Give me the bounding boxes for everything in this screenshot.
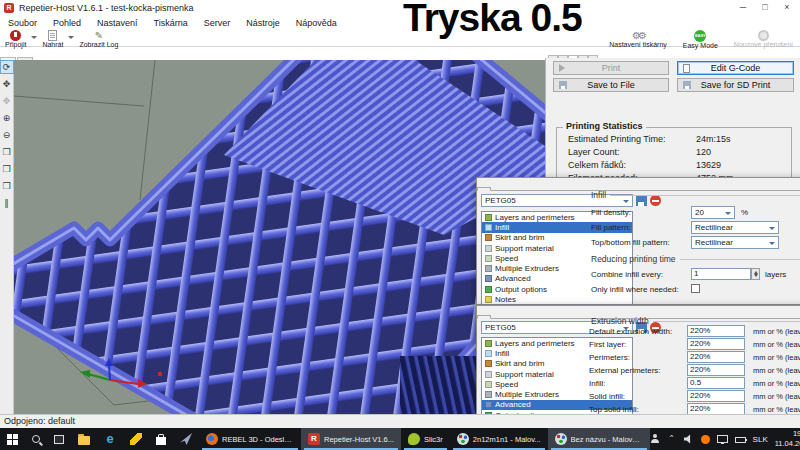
category-icon xyxy=(485,214,492,221)
rotate-view-button[interactable]: ⟳ xyxy=(1,61,13,73)
top-bottom-pattern-combo[interactable]: Rectilinear xyxy=(691,236,779,249)
easy-mode-button[interactable]: EASY Easy Mode xyxy=(680,30,721,49)
menu-item[interactable]: Nápověda xyxy=(288,18,345,28)
settings-tab[interactable] xyxy=(491,316,503,318)
category-icon xyxy=(485,255,492,262)
emergency-stop-button[interactable]: Nouzové přerušení xyxy=(731,30,796,49)
combine-infill-spinner[interactable] xyxy=(751,268,760,280)
slicer-settings-window-advanced: PETG05 Layers and perimeters Infill Skir… xyxy=(476,305,800,429)
taskbar-app[interactable] xyxy=(71,428,97,450)
move-view-button[interactable]: ✥ xyxy=(1,78,13,90)
connect-dropdown-caret[interactable] xyxy=(31,36,37,39)
taskbar-app[interactable] xyxy=(97,428,123,450)
delete-preset-icon[interactable] xyxy=(650,195,661,206)
menu-item[interactable]: Tiskárna xyxy=(146,18,196,28)
category-icon xyxy=(485,265,492,272)
toolbar: Připojit Nahrát ✎ Zobrazit Log ⚙⚙ Nastav… xyxy=(0,30,800,47)
settings-tab[interactable] xyxy=(477,315,491,319)
extrusion-width-input[interactable]: 220% xyxy=(687,351,745,363)
save-for-sd-button[interactable]: Save for SD Print xyxy=(677,78,794,92)
category-icon xyxy=(485,381,492,388)
save-preset-icon[interactable] xyxy=(636,195,647,206)
menu-item[interactable]: Nastavení xyxy=(89,18,146,28)
titlebar: R Repetier-Host V1.6.1 - test-kocka-pism… xyxy=(0,0,800,16)
clock[interactable]: 19:57 11.04.2018 xyxy=(775,429,800,449)
menu-item[interactable]: Nástroje xyxy=(238,18,288,28)
only-infill-checkbox[interactable] xyxy=(691,284,700,293)
stat-row: Layer Count:120 xyxy=(568,147,788,157)
extrusion-width-input[interactable]: 220% xyxy=(687,325,745,337)
taskbar-app[interactable] xyxy=(47,428,71,450)
menu-item[interactable]: Pohled xyxy=(45,18,89,28)
menu-item[interactable]: Soubor xyxy=(0,18,45,28)
editor-icon xyxy=(130,433,142,445)
easy-mode-icon: EASY xyxy=(694,30,706,42)
pencil-icon: ✎ xyxy=(95,30,103,41)
settings-tab[interactable] xyxy=(477,187,491,191)
antivirus-icon[interactable] xyxy=(701,435,710,444)
zoom-out-button[interactable]: ⊖ xyxy=(1,129,13,141)
repetier-host-window: R Repetier-Host V1.6.1 - test-kocka-pism… xyxy=(0,0,800,450)
maximize-button[interactable]: □ xyxy=(754,0,776,15)
taskbar-app[interactable]: 2n12m1n1 - Malov... xyxy=(450,428,548,450)
people-icon[interactable] xyxy=(650,434,660,444)
menu-item[interactable]: Server xyxy=(196,18,239,28)
zoom-in-button[interactable]: ⊕ xyxy=(1,112,13,124)
nozzle-annotation: Tryska 0.5 xyxy=(403,0,582,40)
battery-icon[interactable] xyxy=(735,437,746,443)
builder-icon xyxy=(180,433,192,445)
repetier-app-icon: R xyxy=(4,3,14,13)
extrusion-width-group-label: Extrusion width xyxy=(591,316,649,326)
printer-settings-button[interactable]: ⚙⚙ Nastavení tiskárny xyxy=(606,30,670,49)
save-to-file-button[interactable]: Save to File xyxy=(553,78,669,92)
extrusion-width-input[interactable]: 0.5 xyxy=(687,377,745,389)
minimize-button[interactable]: ─ xyxy=(732,0,754,15)
firefox-icon xyxy=(206,433,218,445)
category-icon xyxy=(485,340,492,347)
combine-infill-input[interactable]: 1 xyxy=(691,268,751,280)
taskbar-app[interactable] xyxy=(123,428,149,450)
edit-gcode-button[interactable]: Edit G-Code xyxy=(677,61,794,75)
taskbar-app[interactable] xyxy=(173,428,199,450)
taskbar-app[interactable] xyxy=(0,428,25,450)
status-bar: Odpojeno: default xyxy=(0,414,800,428)
extrusion-width-input[interactable]: 220% xyxy=(687,338,745,350)
front-view-button[interactable]: ❒ xyxy=(1,163,13,175)
show-log-button[interactable]: ✎ Zobrazit Log xyxy=(76,30,121,48)
store-icon xyxy=(156,437,166,445)
taskbar-app[interactable]: REBEL 3D - Odeslat... xyxy=(199,428,301,450)
printing-statistics-title: Printing Statistics xyxy=(563,121,646,131)
taskbar-app[interactable] xyxy=(149,428,173,450)
top-view-button[interactable]: ❒ xyxy=(1,180,13,192)
settings-tab[interactable] xyxy=(503,188,515,190)
settings-tab[interactable] xyxy=(503,316,515,318)
volume-icon[interactable] xyxy=(684,434,694,444)
menubar: SouborPohledNastaveníTiskárnaServerNástr… xyxy=(0,16,800,30)
print-button[interactable]: Print xyxy=(553,61,669,75)
gears-icon: ⚙⚙ xyxy=(632,30,644,41)
iso-view-button[interactable]: ❒ xyxy=(1,146,13,158)
load-dropdown-caret[interactable] xyxy=(68,36,74,39)
settings-tab[interactable] xyxy=(491,188,503,190)
category-icon xyxy=(485,275,492,282)
parallel-projection-button[interactable]: ∥ xyxy=(1,197,13,209)
taskbar-app[interactable]: Slic3r xyxy=(401,428,450,450)
taskbar-app[interactable] xyxy=(25,428,47,450)
category-icon xyxy=(485,360,492,367)
load-button[interactable]: Nahrát xyxy=(39,30,66,48)
fill-density-combo[interactable]: 20 xyxy=(691,206,735,219)
extrusion-width-input[interactable]: 220% xyxy=(687,390,745,402)
tray-expand-icon[interactable] xyxy=(667,434,677,444)
taskbar-app[interactable]: Repetier-Host V1.6... xyxy=(301,428,401,450)
settings-nav-item[interactable]: Notes xyxy=(482,294,632,304)
language-indicator[interactable]: SLK xyxy=(753,435,768,444)
window-title: Repetier-Host V1.6.1 - test-kocka-pismen… xyxy=(19,0,194,16)
extrusion-width-input[interactable]: 220% xyxy=(687,364,745,376)
settings-nav-item[interactable]: Speed xyxy=(482,379,632,389)
3d-scene[interactable] xyxy=(14,60,545,414)
move-object-button[interactable]: ✥ xyxy=(1,95,13,107)
display-icon[interactable] xyxy=(717,435,728,443)
taskbar-app[interactable]: Bez názvu - Malová... xyxy=(548,428,650,450)
close-button[interactable]: × xyxy=(776,0,798,15)
fill-pattern-combo[interactable]: Rectilinear xyxy=(691,221,779,234)
